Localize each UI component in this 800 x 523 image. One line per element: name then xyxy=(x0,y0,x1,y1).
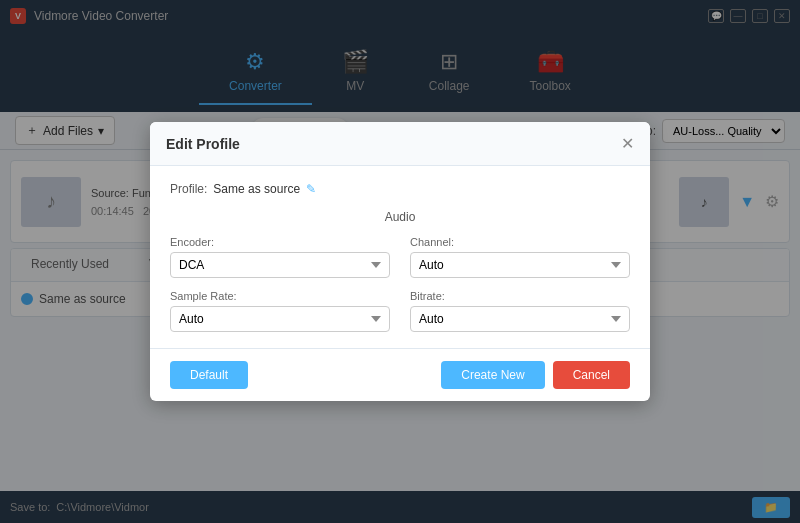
audio-section-label: Audio xyxy=(170,210,630,224)
channel-label: Channel: xyxy=(410,236,630,248)
dialog-title: Edit Profile xyxy=(166,136,240,152)
form-grid: Encoder: DCA Channel: Auto Sample Rate: … xyxy=(170,236,630,332)
profile-row: Profile: Same as source ✎ xyxy=(170,182,630,196)
encoder-select[interactable]: DCA xyxy=(170,252,390,278)
create-new-button[interactable]: Create New xyxy=(441,361,544,389)
profile-edit-icon[interactable]: ✎ xyxy=(306,182,316,196)
encoder-row: Encoder: DCA xyxy=(170,236,390,278)
dialog-header: Edit Profile ✕ xyxy=(150,122,650,166)
sample-rate-label: Sample Rate: xyxy=(170,290,390,302)
default-button[interactable]: Default xyxy=(170,361,248,389)
encoder-label: Encoder: xyxy=(170,236,390,248)
dialog-body: Profile: Same as source ✎ Audio Encoder:… xyxy=(150,166,650,348)
bitrate-row: Bitrate: Auto xyxy=(410,290,630,332)
dialog-right-buttons: Create New Cancel xyxy=(441,361,630,389)
profile-value: Same as source xyxy=(213,182,300,196)
profile-label: Profile: xyxy=(170,182,207,196)
modal-overlay[interactable]: Edit Profile ✕ Profile: Same as source ✎… xyxy=(0,0,800,523)
sample-rate-select[interactable]: Auto xyxy=(170,306,390,332)
channel-select[interactable]: Auto xyxy=(410,252,630,278)
cancel-button[interactable]: Cancel xyxy=(553,361,630,389)
dialog-close-button[interactable]: ✕ xyxy=(621,134,634,153)
bitrate-label: Bitrate: xyxy=(410,290,630,302)
sample-rate-row: Sample Rate: Auto xyxy=(170,290,390,332)
dialog-footer: Default Create New Cancel xyxy=(150,348,650,401)
bitrate-select[interactable]: Auto xyxy=(410,306,630,332)
edit-profile-dialog: Edit Profile ✕ Profile: Same as source ✎… xyxy=(150,122,650,401)
channel-row: Channel: Auto xyxy=(410,236,630,278)
